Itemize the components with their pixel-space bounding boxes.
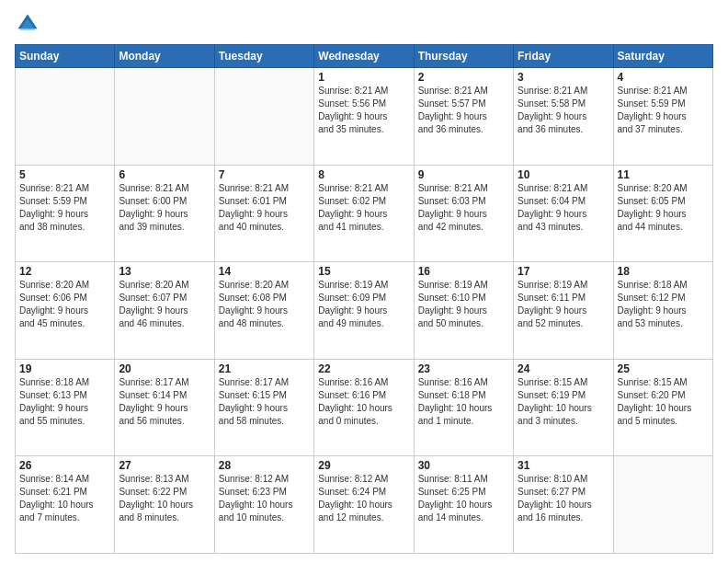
day-info: Sunrise: 8:17 AM Sunset: 6:15 PM Dayligh… (219, 376, 310, 428)
day-info: Sunrise: 8:12 AM Sunset: 6:23 PM Dayligh… (219, 473, 310, 524)
day-number: 23 (418, 362, 509, 375)
weekday-header-sunday: Sunday (16, 45, 115, 68)
day-info: Sunrise: 8:21 AM Sunset: 5:59 PM Dayligh… (19, 182, 110, 234)
day-number: 12 (19, 265, 110, 278)
day-number: 27 (119, 459, 210, 472)
calendar-cell: 22Sunrise: 8:16 AM Sunset: 6:16 PM Dayli… (314, 359, 414, 456)
day-number: 31 (518, 459, 609, 472)
calendar-cell: 6Sunrise: 8:21 AM Sunset: 6:00 PM Daylig… (115, 165, 214, 262)
calendar-cell: 3Sunrise: 8:21 AM Sunset: 5:58 PM Daylig… (514, 68, 613, 166)
day-info: Sunrise: 8:21 AM Sunset: 5:58 PM Dayligh… (518, 85, 609, 136)
calendar-cell (214, 68, 313, 166)
day-number: 20 (119, 362, 210, 375)
calendar-cell: 1Sunrise: 8:21 AM Sunset: 5:56 PM Daylig… (314, 68, 414, 166)
day-info: Sunrise: 8:12 AM Sunset: 6:24 PM Dayligh… (318, 473, 409, 524)
calendar-cell: 14Sunrise: 8:20 AM Sunset: 6:08 PM Dayli… (214, 262, 313, 360)
day-number: 6 (119, 168, 210, 181)
day-info: Sunrise: 8:13 AM Sunset: 6:22 PM Dayligh… (119, 473, 210, 524)
day-number: 18 (618, 265, 709, 278)
day-number: 19 (19, 362, 110, 375)
calendar-cell: 25Sunrise: 8:15 AM Sunset: 6:20 PM Dayli… (613, 359, 712, 456)
day-info: Sunrise: 8:19 AM Sunset: 6:09 PM Dayligh… (318, 279, 409, 330)
day-number: 24 (518, 362, 609, 375)
weekday-header-monday: Monday (115, 45, 214, 68)
day-info: Sunrise: 8:15 AM Sunset: 6:19 PM Dayligh… (518, 376, 609, 428)
weekday-header-tuesday: Tuesday (214, 45, 313, 68)
logo-icon (15, 11, 40, 37)
calendar-cell: 30Sunrise: 8:11 AM Sunset: 6:25 PM Dayli… (414, 456, 513, 554)
calendar-cell: 20Sunrise: 8:17 AM Sunset: 6:14 PM Dayli… (115, 359, 214, 456)
day-info: Sunrise: 8:21 AM Sunset: 6:02 PM Dayligh… (318, 182, 409, 234)
day-info: Sunrise: 8:19 AM Sunset: 6:11 PM Dayligh… (518, 279, 609, 330)
week-row-3: 12Sunrise: 8:20 AM Sunset: 6:06 PM Dayli… (16, 262, 713, 360)
day-number: 10 (518, 168, 609, 181)
calendar-cell: 5Sunrise: 8:21 AM Sunset: 5:59 PM Daylig… (16, 165, 115, 262)
weekday-header-wednesday: Wednesday (314, 45, 414, 68)
calendar-cell: 24Sunrise: 8:15 AM Sunset: 6:19 PM Dayli… (514, 359, 613, 456)
calendar-cell: 2Sunrise: 8:21 AM Sunset: 5:57 PM Daylig… (414, 68, 513, 166)
weekday-header-thursday: Thursday (414, 45, 513, 68)
day-info: Sunrise: 8:14 AM Sunset: 6:21 PM Dayligh… (19, 473, 110, 524)
day-number: 22 (318, 362, 409, 375)
day-number: 21 (219, 362, 310, 375)
day-info: Sunrise: 8:21 AM Sunset: 5:59 PM Dayligh… (618, 85, 709, 136)
day-number: 30 (418, 459, 509, 472)
day-info: Sunrise: 8:20 AM Sunset: 6:05 PM Dayligh… (618, 182, 709, 234)
calendar-cell: 7Sunrise: 8:21 AM Sunset: 6:01 PM Daylig… (214, 165, 313, 262)
day-number: 25 (618, 362, 709, 375)
day-info: Sunrise: 8:19 AM Sunset: 6:10 PM Dayligh… (418, 279, 509, 330)
day-number: 7 (219, 168, 310, 181)
logo (15, 11, 44, 37)
calendar-cell: 23Sunrise: 8:16 AM Sunset: 6:18 PM Dayli… (414, 359, 513, 456)
day-number: 28 (219, 459, 310, 472)
calendar-cell: 12Sunrise: 8:20 AM Sunset: 6:06 PM Dayli… (16, 262, 115, 360)
day-number: 3 (518, 71, 609, 84)
calendar-cell: 26Sunrise: 8:14 AM Sunset: 6:21 PM Dayli… (16, 456, 115, 554)
day-info: Sunrise: 8:20 AM Sunset: 6:07 PM Dayligh… (119, 279, 210, 330)
day-info: Sunrise: 8:21 AM Sunset: 5:56 PM Dayligh… (318, 85, 409, 136)
day-number: 14 (219, 265, 310, 278)
day-number: 17 (518, 265, 609, 278)
day-number: 13 (119, 265, 210, 278)
day-info: Sunrise: 8:21 AM Sunset: 6:00 PM Dayligh… (119, 182, 210, 234)
day-number: 9 (418, 168, 509, 181)
day-info: Sunrise: 8:16 AM Sunset: 6:16 PM Dayligh… (318, 376, 409, 428)
week-row-5: 26Sunrise: 8:14 AM Sunset: 6:21 PM Dayli… (16, 456, 713, 554)
calendar-cell (115, 68, 214, 166)
day-number: 2 (418, 71, 509, 84)
day-info: Sunrise: 8:21 AM Sunset: 6:04 PM Dayligh… (518, 182, 609, 234)
calendar-cell: 29Sunrise: 8:12 AM Sunset: 6:24 PM Dayli… (314, 456, 414, 554)
day-number: 11 (618, 168, 709, 181)
weekday-header-saturday: Saturday (613, 45, 712, 68)
calendar-cell: 15Sunrise: 8:19 AM Sunset: 6:09 PM Dayli… (314, 262, 414, 360)
day-info: Sunrise: 8:21 AM Sunset: 5:57 PM Dayligh… (418, 85, 509, 136)
day-info: Sunrise: 8:21 AM Sunset: 6:03 PM Dayligh… (418, 182, 509, 234)
calendar-cell: 13Sunrise: 8:20 AM Sunset: 6:07 PM Dayli… (115, 262, 214, 360)
day-number: 4 (618, 71, 709, 84)
day-info: Sunrise: 8:21 AM Sunset: 6:01 PM Dayligh… (219, 182, 310, 234)
page-header (15, 11, 713, 37)
calendar-cell: 8Sunrise: 8:21 AM Sunset: 6:02 PM Daylig… (314, 165, 414, 262)
day-number: 5 (19, 168, 110, 181)
day-number: 16 (418, 265, 509, 278)
calendar-cell: 28Sunrise: 8:12 AM Sunset: 6:23 PM Dayli… (214, 456, 313, 554)
day-info: Sunrise: 8:18 AM Sunset: 6:12 PM Dayligh… (618, 279, 709, 330)
day-number: 26 (19, 459, 110, 472)
calendar-cell: 21Sunrise: 8:17 AM Sunset: 6:15 PM Dayli… (214, 359, 313, 456)
calendar-cell: 27Sunrise: 8:13 AM Sunset: 6:22 PM Dayli… (115, 456, 214, 554)
calendar-cell (613, 456, 712, 554)
calendar-cell (16, 68, 115, 166)
day-number: 1 (318, 71, 409, 84)
calendar-cell: 11Sunrise: 8:20 AM Sunset: 6:05 PM Dayli… (613, 165, 712, 262)
calendar-cell: 17Sunrise: 8:19 AM Sunset: 6:11 PM Dayli… (514, 262, 613, 360)
day-number: 29 (318, 459, 409, 472)
week-row-2: 5Sunrise: 8:21 AM Sunset: 5:59 PM Daylig… (16, 165, 713, 262)
day-info: Sunrise: 8:10 AM Sunset: 6:27 PM Dayligh… (518, 473, 609, 524)
calendar-cell: 9Sunrise: 8:21 AM Sunset: 6:03 PM Daylig… (414, 165, 513, 262)
calendar-cell: 19Sunrise: 8:18 AM Sunset: 6:13 PM Dayli… (16, 359, 115, 456)
week-row-1: 1Sunrise: 8:21 AM Sunset: 5:56 PM Daylig… (16, 68, 713, 166)
day-info: Sunrise: 8:17 AM Sunset: 6:14 PM Dayligh… (119, 376, 210, 428)
weekday-header-friday: Friday (514, 45, 613, 68)
day-info: Sunrise: 8:16 AM Sunset: 6:18 PM Dayligh… (418, 376, 509, 428)
day-number: 15 (318, 265, 409, 278)
